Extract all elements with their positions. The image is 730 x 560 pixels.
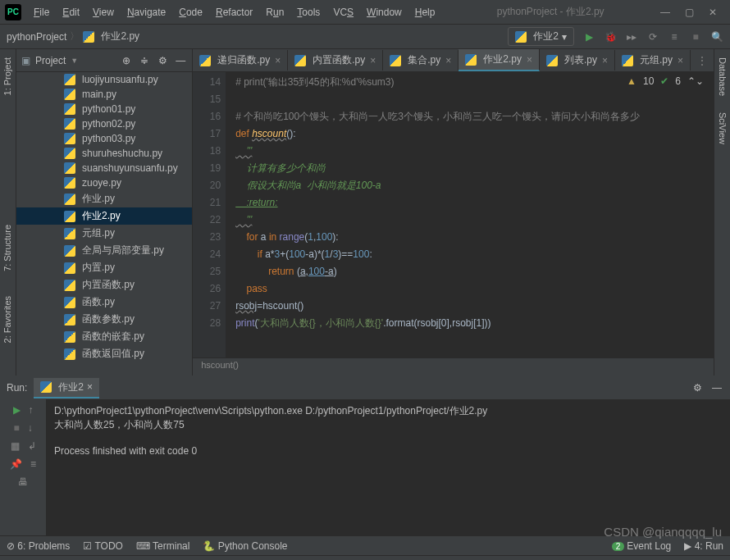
print-icon[interactable]: 🖶 [18, 476, 28, 488]
run-config-selector[interactable]: 作业2 ▾ [508, 27, 574, 46]
editor-tab[interactable]: 内置函数.py× [288, 50, 383, 71]
tree-file-item[interactable]: python03.py [16, 131, 192, 146]
code-content[interactable]: # print('输出35到45的和:%d'%sum3) # 个和尚吃100个馒… [226, 72, 714, 357]
menu-run[interactable]: Run [260, 4, 290, 20]
profile-button[interactable]: ⟳ [646, 30, 659, 43]
stop-button[interactable]: ■ [689, 30, 702, 43]
close-tab-icon[interactable]: × [678, 55, 683, 66]
python-file-icon [64, 211, 75, 222]
close-tab-icon[interactable]: × [275, 55, 281, 66]
layout-icon[interactable]: ▦ [11, 440, 20, 452]
code-editor[interactable]: 141516171819202122232425262728 # print('… [193, 72, 714, 357]
run-config-name: 作业2 [533, 30, 559, 43]
menu-edit[interactable]: Edit [57, 4, 85, 20]
menu-vcs[interactable]: VCS [327, 4, 359, 20]
project-tree[interactable]: luojiyunsuanfu.pymain.pypython01.pypytho… [16, 72, 192, 376]
close-tab-icon[interactable]: × [445, 55, 451, 66]
settings-gear-icon[interactable]: ⚙ [156, 54, 169, 67]
menu-file[interactable]: File [28, 4, 55, 20]
tree-file-item[interactable]: 函数的嵌套.py [16, 328, 192, 345]
tab-favorites[interactable]: 2: Favorites [2, 296, 12, 343]
pin-icon[interactable]: 📌 [10, 458, 22, 470]
warning-icon: ▲ [627, 75, 636, 87]
tab-terminal[interactable]: ⌨ Terminal [136, 540, 189, 552]
maximize-icon[interactable]: ▢ [685, 7, 694, 18]
tree-file-item[interactable]: 内置.py [16, 259, 192, 276]
down-icon[interactable]: ↓ [28, 422, 33, 434]
tab-project[interactable]: 1: Project [2, 57, 12, 95]
tab-event-log[interactable]: 2Event Log [612, 540, 672, 552]
tree-file-item[interactable]: zuoye.py [16, 175, 192, 190]
tree-file-item[interactable]: 函数.py [16, 294, 192, 311]
tree-file-item[interactable]: python02.py [16, 116, 192, 131]
tree-file-item[interactable]: 元组.py [16, 225, 192, 242]
menu-refactor[interactable]: Refactor [210, 4, 258, 20]
menu-code[interactable]: Code [173, 4, 208, 20]
tab-sciview[interactable]: SciView [718, 112, 728, 144]
rerun-icon[interactable]: ▶ [13, 404, 21, 416]
editor-breadcrumb[interactable]: hscount() [193, 357, 714, 376]
search-icon[interactable]: 🔍 [710, 30, 723, 43]
tree-file-item[interactable]: suanshuyunsuanfu.py [16, 161, 192, 175]
editor-tab[interactable]: 元组.py× [615, 50, 691, 71]
breadcrumb-root[interactable]: pythonProject [7, 31, 66, 43]
tab-todo[interactable]: ☑ TODO [83, 540, 123, 552]
close-tab-icon[interactable]: × [370, 55, 376, 66]
wrap-icon[interactable]: ↲ [28, 440, 36, 452]
menu-window[interactable]: Window [361, 4, 408, 20]
minimize-icon[interactable]: — [660, 7, 670, 18]
scroll-icon[interactable]: ≡ [30, 458, 36, 470]
stop-icon[interactable]: ■ [13, 422, 19, 434]
tree-file-item[interactable]: 作业.py [16, 190, 192, 207]
tree-file-item[interactable]: python01.py [16, 102, 192, 116]
editor-tab[interactable]: 递归函数.py× [193, 50, 288, 71]
debug-button[interactable]: 🐞 [604, 30, 617, 43]
run-tab[interactable]: 作业2 × [34, 378, 99, 398]
attach-button[interactable]: ≡ [668, 30, 681, 43]
bottom-tool-tabs: ⊘ 6: Problems ☑ TODO ⌨ Terminal 🐍 Python… [0, 535, 730, 555]
collapse-icon[interactable]: ≑ [138, 54, 151, 67]
chevron-up-down-icon[interactable]: ⌃⌄ [687, 75, 704, 87]
editor-tab[interactable]: 作业2.py× [459, 49, 540, 71]
tab-overflow-icon[interactable]: ⋮ [691, 55, 714, 66]
close-tab-icon[interactable]: × [602, 55, 608, 66]
editor-tab[interactable]: 集合.py× [383, 50, 459, 71]
run-output[interactable]: D:\pythonProject1\pythonProject\venv\Scr… [46, 399, 730, 535]
window-title: pythonProject - 作业2.py [440, 5, 660, 19]
close-icon[interactable]: ✕ [709, 7, 717, 18]
breadcrumb-file[interactable]: 作业2.py [101, 30, 139, 43]
tab-structure[interactable]: 7: Structure [2, 225, 12, 271]
tree-file-item[interactable]: main.py [16, 87, 192, 102]
status-bar: ☐ Python Debugger Extension Available: C… [0, 555, 730, 560]
tab-python-console[interactable]: 🐍 Python Console [203, 540, 287, 552]
python-file-icon [64, 280, 75, 291]
menu-view[interactable]: View [87, 4, 120, 20]
menu-navigate[interactable]: Navigate [121, 4, 171, 20]
locate-icon[interactable]: ⊕ [120, 54, 133, 67]
tree-file-item[interactable]: 内置函数.py [16, 276, 192, 294]
editor-tab[interactable]: 列表.py× [540, 50, 615, 71]
tab-run[interactable]: ▶ 4: Run [684, 540, 723, 552]
menu-help[interactable]: Help [409, 4, 441, 20]
tree-file-item[interactable]: 全局与局部变量.py [16, 242, 192, 259]
titlebar: PC File Edit View Navigate Code Refactor… [0, 0, 730, 25]
close-tab-icon[interactable]: × [527, 54, 532, 66]
tab-problems[interactable]: ⊘ 6: Problems [7, 540, 70, 552]
chevron-down-icon[interactable]: ▼ [71, 57, 78, 65]
coverage-button[interactable]: ▸▸ [625, 30, 638, 43]
tree-file-item[interactable]: luojiyunsuanfu.py [16, 72, 192, 87]
tree-file-item[interactable]: 函数返回值.py [16, 345, 192, 362]
hide-icon[interactable]: — [174, 54, 187, 67]
run-button[interactable]: ▶ [582, 30, 595, 43]
main-menu: File Edit View Navigate Code Refactor Ru… [28, 4, 440, 20]
close-tab-icon[interactable]: × [87, 381, 93, 393]
tree-file-item[interactable]: 函数参数.py [16, 311, 192, 328]
up-icon[interactable]: ↑ [29, 404, 34, 416]
inspection-summary[interactable]: ▲10 ✔6 ⌃⌄ [627, 75, 704, 87]
menu-tools[interactable]: Tools [291, 4, 326, 20]
hide-run-icon[interactable]: — [710, 381, 723, 394]
tree-file-item[interactable]: 作业2.py [16, 207, 192, 225]
run-settings-gear-icon[interactable]: ⚙ [691, 381, 704, 394]
tree-file-item[interactable]: shuruheshuchu.py [16, 146, 192, 161]
tab-database[interactable]: Database [718, 57, 728, 96]
